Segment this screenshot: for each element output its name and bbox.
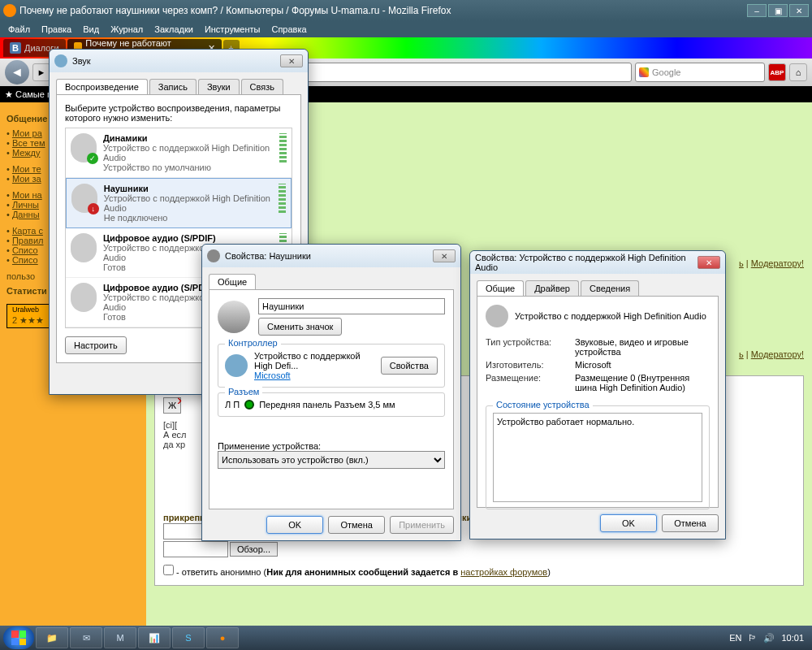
sidebar-link[interactable]: Мои ра <box>12 128 42 138</box>
tab-playback[interactable]: Воспроизведение <box>56 79 148 94</box>
usage-select[interactable]: Использовать это устройство (вкл.) <box>218 451 445 469</box>
browse-button[interactable]: Обзор... <box>230 542 278 557</box>
taskbar-app[interactable]: 📊 <box>138 627 171 648</box>
clock[interactable]: 10:01 <box>781 633 804 643</box>
device-icon <box>71 283 97 312</box>
close-button[interactable]: ✕ <box>698 256 720 269</box>
taskbar-firefox[interactable]: ● <box>206 627 239 648</box>
dialog-title: Звук <box>72 56 280 66</box>
cancel-button[interactable]: Отмена <box>662 514 719 532</box>
menu-history[interactable]: Журнал <box>106 23 148 36</box>
device-item[interactable]: ✓ ДинамикиУстройство с поддержкой High D… <box>66 128 292 178</box>
maximize-button[interactable]: ▣ <box>768 4 788 17</box>
tab-details[interactable]: Сведения <box>581 280 639 296</box>
sidebar-link[interactable]: Правил <box>12 236 44 245</box>
headphone-icon <box>207 249 220 262</box>
firefox-titlebar: Почему не работают наушники через комп? … <box>0 0 812 21</box>
device-icon <box>71 233 97 262</box>
tab-driver[interactable]: Драйвер <box>525 280 579 296</box>
taskbar-skype[interactable]: S <box>172 627 205 648</box>
prop-row: Тип устройства:Звуковые, видео и игровые… <box>486 337 710 357</box>
sidebar-link[interactable]: Личны <box>12 200 39 210</box>
file-input[interactable] <box>163 541 228 557</box>
search-input[interactable]: Google <box>635 63 765 82</box>
quote-prefix: [ci][ <box>163 420 177 430</box>
menu-bookmarks[interactable]: Закладки <box>149 23 198 36</box>
prop-row: Изготовитель:Microsoft <box>486 360 710 370</box>
moderator-link[interactable]: Модератору! <box>751 258 804 268</box>
system-tray: EN 🏳 🔊 10:01 <box>729 633 809 644</box>
tab-general[interactable]: Общие <box>477 280 524 296</box>
group-label: Состояние устройства <box>493 400 593 410</box>
search-placeholder: Google <box>652 67 680 77</box>
home-button[interactable]: ⌂ <box>789 63 807 81</box>
prop-row: Размещение:Размещение 0 (Внутренняя шина… <box>486 373 710 392</box>
name-input[interactable] <box>258 298 445 314</box>
status-textarea[interactable]: Устройство работает нормально. <box>493 413 702 502</box>
google-icon <box>639 67 649 77</box>
device-icon: ✓ <box>71 133 97 162</box>
close-button[interactable]: ✕ <box>433 249 456 262</box>
tab-recording[interactable]: Запись <box>149 79 197 94</box>
taskbar: 📁 ✉ M 📊 S ● EN 🏳 🔊 10:01 <box>0 626 812 650</box>
group-label: Разъем <box>225 387 262 396</box>
tray-flag-icon[interactable]: 🏳 <box>748 633 757 643</box>
sidebar-link[interactable]: Списо <box>12 255 38 265</box>
sidebar-link[interactable]: Карта с <box>12 226 43 236</box>
abp-button[interactable]: ABP <box>768 63 786 81</box>
jack-desc: Передняя панель Разъем 3,5 мм <box>259 400 395 410</box>
apply-button[interactable]: Применить <box>390 516 454 534</box>
controller-props-button[interactable]: Свойства <box>381 357 438 375</box>
sidebar-link[interactable]: Данны <box>12 210 40 219</box>
level-meter <box>279 184 286 213</box>
close-button[interactable]: ✕ <box>280 54 303 67</box>
forward-button[interactable]: ► <box>32 63 50 81</box>
vk-icon: В <box>10 42 21 54</box>
sidebar-link[interactable]: Все тем <box>12 138 45 148</box>
lang-indicator[interactable]: EN <box>729 633 741 643</box>
menu-view[interactable]: Вид <box>78 23 104 36</box>
headphone-props-dialog: Свойства: Наушники ✕ Общие Сменить значо… <box>201 244 461 541</box>
ok-button[interactable]: OK <box>600 514 657 532</box>
settings-link[interactable]: настройках форумов <box>460 567 547 577</box>
back-button[interactable]: ◄ <box>5 60 29 84</box>
vendor-link[interactable]: Microsoft <box>254 370 291 380</box>
tray-volume-icon[interactable]: 🔊 <box>763 633 775 644</box>
cancel-button[interactable]: Отмена <box>328 516 385 534</box>
device-item[interactable]: ↓ НаушникиУстройство с поддержкой High D… <box>66 178 292 228</box>
taskbar-explorer[interactable]: 📁 <box>36 627 68 648</box>
reply-text: А есл <box>163 430 186 440</box>
reply-link[interactable]: ь <box>739 349 744 359</box>
firefox-menubar[interactable]: Файл Правка Вид Журнал Закладки Инструме… <box>0 21 812 37</box>
change-icon-button[interactable]: Сменить значок <box>258 318 342 336</box>
anon-checkbox[interactable] <box>163 565 174 575</box>
sidebar-link[interactable]: Мои на <box>12 190 42 200</box>
sidebar-link[interactable]: Мои те <box>12 164 41 174</box>
tab-comm[interactable]: Связь <box>241 79 283 94</box>
ok-button[interactable]: OK <box>266 516 323 534</box>
level-meter <box>279 133 287 162</box>
taskbar-app[interactable]: M <box>104 627 136 648</box>
reply-text: да хр <box>163 440 185 449</box>
close-button[interactable]: ✕ <box>789 4 809 17</box>
sound-icon <box>54 54 67 67</box>
reply-link[interactable]: ь <box>739 258 744 268</box>
taskbar-mail[interactable]: ✉ <box>70 627 102 648</box>
sidebar-link[interactable]: Между <box>12 148 41 158</box>
menu-file[interactable]: Файл <box>3 23 35 36</box>
start-button[interactable] <box>3 626 34 649</box>
tab-sounds[interactable]: Звуки <box>198 79 240 94</box>
menu-tools[interactable]: Инструменты <box>200 23 266 36</box>
sidebar-link[interactable]: Мои за <box>12 174 41 184</box>
firefox-icon <box>3 4 16 17</box>
menu-help[interactable]: Справка <box>266 23 311 36</box>
moderator-link[interactable]: Модератору! <box>751 349 804 359</box>
tabstrip: Воспроизведение Запись Звуки Связь <box>56 79 301 95</box>
configure-button[interactable]: Настроить <box>65 336 127 354</box>
controller-name: Устройство с поддержкой High Defi... <box>254 351 374 370</box>
sidebar-link[interactable]: Списо <box>12 245 38 255</box>
minimize-button[interactable]: – <box>747 4 767 17</box>
tab-general[interactable]: Общие <box>209 274 256 289</box>
menu-edit[interactable]: Правка <box>37 23 76 36</box>
device-icon: ↓ <box>71 184 97 213</box>
